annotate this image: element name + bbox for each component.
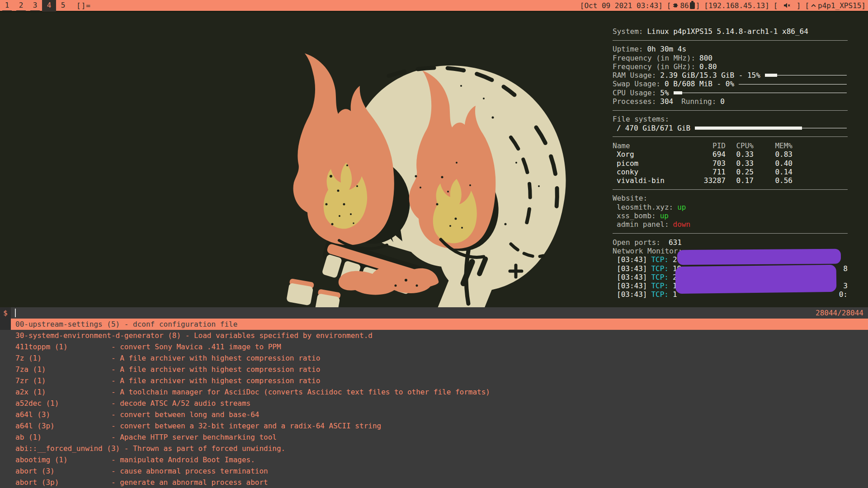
status-up: up [660, 211, 669, 220]
ip-address: [192.168.45.13] [704, 1, 769, 10]
text-cursor[interactable] [15, 309, 16, 317]
website-status-row: xss_bomb:up [613, 211, 848, 220]
terminal-fuzzy-finder: $ 28044/28044 00-upstream-settings (5) -… [0, 307, 868, 488]
swap-line: Swap Usage:0 B/608 MiB - 0% [613, 80, 848, 88]
cpu-bar [674, 89, 848, 97]
process-name: conky [613, 168, 680, 176]
match-count: 28044/28044 [816, 307, 868, 319]
finder-item[interactable]: a2x (1) - A toolchain manager for AsciiD… [0, 386, 868, 398]
process-table: NamePIDCPU%MEM% Xorg6940.330.83 picom703… [613, 141, 848, 185]
divider [613, 40, 848, 41]
filesystems-header: File systems: [613, 115, 848, 123]
finder-item[interactable]: abort (3p) - generate an abnormal proces… [0, 477, 868, 488]
finder-item[interactable]: 7za (1) - A file archiver with highest c… [0, 364, 868, 375]
skull-flaming-eyes-wallpaper [194, 27, 583, 307]
finder-item[interactable]: 411toppm (1) - convert Sony Mavica .411 … [0, 341, 868, 352]
finder-item[interactable]: abort (3) - cause abnormal process termi… [0, 465, 868, 477]
status-up: up [677, 203, 686, 211]
prompt-symbol: $ [0, 307, 11, 319]
website-status-row: admin panel:down [613, 220, 848, 229]
battery-status: [86] [667, 1, 700, 10]
finder-item[interactable]: 7zr (1) - A file archiver with highest c… [0, 375, 868, 386]
finder-item-selected[interactable]: 00-upstream-settings (5) - dconf configu… [0, 319, 868, 330]
battery-icon [690, 2, 695, 9]
status-segments: [Oct 09 2021 03:43] [86] [192.168.45.13]… [580, 1, 868, 10]
ram-line: RAM Usage:2.39 GiB/15.3 GiB - 15% [613, 71, 848, 80]
uptime-line: Uptime:0h 30m 4s [613, 45, 848, 53]
cpu-line: CPU Usage:5% [613, 89, 848, 97]
workspace-tag-1[interactable]: 1 [0, 0, 14, 12]
power-plug-icon [672, 2, 679, 9]
workspace-tag-5[interactable]: 5 [56, 0, 70, 12]
workspace-tag-2[interactable]: 2 [14, 0, 28, 12]
clock: [Oct 09 2021 03:43] [580, 1, 663, 10]
finder-item[interactable]: ab (1) - Apache HTTP server benchmarking… [0, 432, 868, 443]
redaction-marker [677, 249, 841, 265]
finder-item[interactable]: a64l (3) - convert between long and base… [0, 409, 868, 420]
system-line: System:Linux p4p1XPS15 5.14.8-arch1-1 x8… [613, 27, 848, 36]
process-name: Xorg [613, 150, 680, 159]
conky-system-monitor: System:Linux p4p1XPS15 5.14.8-arch1-1 x8… [613, 27, 848, 299]
speaker-muted-icon [783, 2, 791, 9]
ram-bar [765, 71, 848, 80]
processes-line: Processes:304Running:0 [613, 97, 848, 106]
finder-item[interactable]: abi::__forced_unwind (3) - Thrown as par… [0, 443, 868, 454]
selection-gutter [0, 319, 11, 330]
finder-item[interactable]: 7z (1) - A file archiver with highest co… [0, 352, 868, 364]
divider [613, 136, 848, 137]
desktop: { "colors": { "accent_orange": "#f6886a"… [0, 0, 868, 488]
finder-prompt-row: $ 28044/28044 [0, 307, 868, 319]
freq-mhz-line: Frequency (in MHz):800 [613, 54, 848, 62]
layout-symbol[interactable]: []= [76, 1, 91, 10]
status-bar: 1 2 3 4 5 []= [Oct 09 2021 03:43] [86] [… [0, 0, 868, 12]
finder-item[interactable]: abootimg (1) - manipulate Android Boot I… [0, 454, 868, 465]
divider [613, 110, 848, 111]
root-fs-bar [695, 124, 848, 132]
website-status-row: leosmith.xyz:up [613, 203, 848, 211]
finder-item[interactable]: a52dec (1) - decode ATSC A/52 audio stre… [0, 398, 868, 409]
status-down: down [673, 220, 691, 229]
open-ports-line: Open ports:631 [613, 238, 848, 247]
process-name: vivaldi-bin [613, 176, 680, 185]
chevron-up-icon [811, 3, 816, 9]
divider [613, 233, 848, 234]
finder-item[interactable]: a64l (3p) - convert between a 32-bit int… [0, 420, 868, 432]
divider [613, 189, 848, 190]
process-name: picom [613, 159, 680, 168]
swap-bar [739, 80, 848, 89]
redaction-marker [675, 265, 837, 294]
hostname: [p4p1_XPS15] [805, 1, 866, 10]
freq-ghz-line: Frequency (in GHz):0.80 [613, 62, 848, 71]
root-fs-line: /470 GiB/671 GiB [613, 124, 848, 132]
website-header: Website: [613, 194, 848, 202]
finder-item[interactable]: 30-systemd-environment-d-generator (8) -… [0, 330, 868, 341]
workspace-tag-3[interactable]: 3 [28, 0, 42, 12]
volume-status: [ ] [774, 1, 801, 10]
workspace-tag-4[interactable]: 4 [42, 0, 56, 12]
